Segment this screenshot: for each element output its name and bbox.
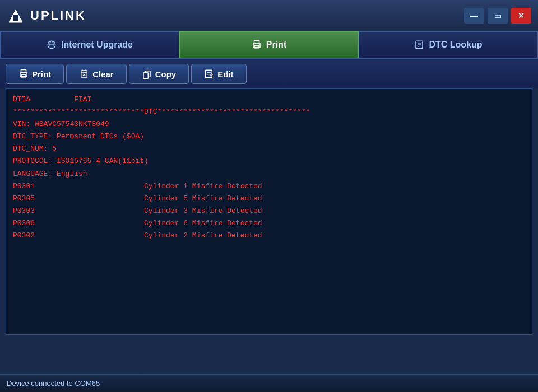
minimize-button[interactable]: — xyxy=(464,8,484,24)
tab-print-label: Print xyxy=(266,40,286,50)
copy-label: Copy xyxy=(155,69,177,79)
content-line: P0306 Cylinder 6 Misfire Detected xyxy=(13,217,525,230)
logo-icon xyxy=(7,7,25,25)
edit-button[interactable]: Edit xyxy=(191,64,246,84)
svg-rect-22 xyxy=(143,73,148,79)
content-line: LANGUAGE: English xyxy=(13,168,525,180)
content-line: DTIA FIAI xyxy=(13,94,525,106)
content-line: P0301 Cylinder 1 Misfire Detected xyxy=(13,180,525,193)
content-line: VIN: WBAVC57543NK78049 xyxy=(13,118,525,130)
svg-rect-23 xyxy=(205,70,212,78)
print-label: Print xyxy=(32,69,51,79)
content-area[interactable]: DTIA FIAI******************************D… xyxy=(6,88,532,335)
tab-dtc-lookup-label: DTC Lookup xyxy=(429,40,482,50)
close-button[interactable]: ✕ xyxy=(511,8,531,24)
status-text: Device connected to COM65 xyxy=(7,379,100,388)
tab-internet-upgrade-label: Internet Upgrade xyxy=(61,40,133,50)
titlebar-controls: — ▭ ✕ xyxy=(464,8,531,24)
clear-button[interactable]: Clear xyxy=(66,64,127,84)
maximize-button[interactable]: ▭ xyxy=(488,8,508,24)
titlebar-left: UPLINK xyxy=(7,7,86,25)
printer-icon-tab xyxy=(252,40,262,50)
tab-internet-upgrade[interactable]: Internet Upgrade xyxy=(0,31,179,58)
content-line: DTC_TYPE: Permanent DTCs ($0A) xyxy=(13,130,525,143)
content-line: P0303 Cylinder 3 Misfire Detected xyxy=(13,205,525,217)
svg-rect-15 xyxy=(81,71,87,77)
toolbar: Print Clear Copy Edit xyxy=(0,59,538,88)
content-line: P0302 Cylinder 2 Misfire Detected xyxy=(13,230,525,242)
tab-print[interactable]: Print xyxy=(179,31,359,58)
printer-icon xyxy=(18,69,29,79)
content-line: P0305 Cylinder 5 Misfire Detected xyxy=(13,193,525,205)
app-title: UPLINK xyxy=(30,8,86,23)
content-line: PROTOCOL: ISO15765-4 CAN(11bit) xyxy=(13,155,525,167)
clear-icon xyxy=(79,69,89,79)
copy-icon xyxy=(142,69,152,79)
print-button[interactable]: Print xyxy=(6,64,64,84)
content-lines: DTIA FIAI******************************D… xyxy=(13,94,525,242)
tab-dtc-lookup[interactable]: DTC Lookup xyxy=(359,31,538,58)
edit-label: Edit xyxy=(217,69,233,79)
svg-rect-1 xyxy=(13,15,18,21)
titlebar: UPLINK — ▭ ✕ xyxy=(0,0,538,31)
dtc-lookup-icon xyxy=(414,40,424,50)
tabbar: Internet Upgrade Print DTC Lookup xyxy=(0,31,538,59)
statusbar: Device connected to COM65 xyxy=(0,374,538,392)
content-line: DTC_NUM: 5 xyxy=(13,143,525,155)
copy-button[interactable]: Copy xyxy=(129,64,189,84)
content-line: ******************************DTC*******… xyxy=(13,106,525,118)
svg-rect-5 xyxy=(254,41,259,44)
edit-icon xyxy=(204,69,214,79)
svg-rect-12 xyxy=(21,70,26,73)
clear-label: Clear xyxy=(92,69,114,79)
globe-icon xyxy=(47,40,57,50)
